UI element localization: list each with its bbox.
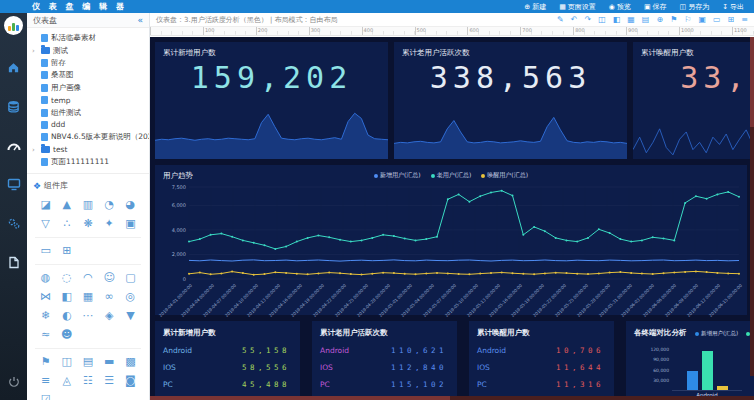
vertical-scrollbar[interactable] xyxy=(750,37,754,376)
tree-item-doc[interactable]: 桑基图 xyxy=(27,69,149,81)
stat-card-new-users[interactable]: 累计新增用户数 159,202 xyxy=(155,42,388,159)
legend-item[interactable]: 老用户(汇总) xyxy=(431,171,472,180)
dashboard-preview[interactable]: 累计新增用户数 159,202 累计老用户活跃次数 338,563 累计唤醒用户… xyxy=(150,37,754,400)
text-widget-icon[interactable]: ▬ xyxy=(99,356,120,368)
target-widget-icon[interactable]: ◙ xyxy=(120,375,141,387)
table-row[interactable]: IOS58,556 xyxy=(155,359,300,376)
card-widget-icon[interactable]: ▭ xyxy=(35,245,56,257)
gears-icon[interactable] xyxy=(7,217,21,230)
power-icon[interactable] xyxy=(8,376,20,388)
gauge-widget-icon[interactable]: ◠ xyxy=(77,272,98,284)
tree-item-doc[interactable]: 用户画像 xyxy=(27,82,149,94)
collapse-panel-icon[interactable]: « xyxy=(137,15,143,25)
layers-icon[interactable]: ▦ xyxy=(627,15,635,25)
image-widget-icon[interactable]: ▣ xyxy=(120,218,141,230)
table-row[interactable]: Android55,158 xyxy=(155,342,300,359)
undo-icon[interactable]: ↶ xyxy=(571,15,578,25)
bar-chart-icon[interactable]: ▥ xyxy=(77,199,98,211)
marker-widget-icon[interactable]: ▼ xyxy=(120,310,141,322)
pdf-file-icon[interactable] xyxy=(8,256,20,269)
table-row[interactable]: IOS112,840 xyxy=(312,359,457,376)
area-chart-icon[interactable]: ▲ xyxy=(56,199,77,211)
folder-icon[interactable]: ▤ xyxy=(642,15,650,25)
relation-widget-icon[interactable]: ∞ xyxy=(99,291,120,303)
table-row[interactable]: PC11,316 xyxy=(469,376,614,393)
table-row[interactable]: Android10,706 xyxy=(469,342,614,359)
table-awakened-users[interactable]: 累计唤醒用户数Android10,706IOS11,644PC11,316 xyxy=(469,321,614,400)
folder-widget-icon[interactable]: ▤ xyxy=(77,356,98,368)
grid-widget-icon[interactable]: ▦ xyxy=(77,291,98,303)
checkbox-widget-icon[interactable]: ☑ xyxy=(35,394,56,400)
border-icon[interactable]: ▭ xyxy=(713,15,721,25)
pie-chart-icon[interactable]: ◔ xyxy=(99,199,120,211)
tree-item-doc[interactable]: 私活临摹素材 xyxy=(27,32,149,44)
monitor-icon[interactable] xyxy=(7,178,21,191)
tree-item-doc[interactable]: 组件测试 xyxy=(27,106,149,118)
table-widget-icon[interactable]: ⊞ xyxy=(56,245,77,257)
legend-item[interactable]: 新增用户(汇总) xyxy=(695,330,738,337)
tree-item-folder[interactable]: ›test xyxy=(27,144,149,156)
table-row[interactable]: Android110,621 xyxy=(312,342,457,359)
database-icon[interactable] xyxy=(7,100,20,113)
panel-widget-icon[interactable]: ▩ xyxy=(120,356,141,368)
layout-widget-icon[interactable]: ◧ xyxy=(56,291,77,303)
list-widget-icon[interactable]: ≡ xyxy=(35,375,56,387)
grid-icon[interactable]: ≡ xyxy=(741,15,748,25)
flag-icon[interactable]: ⚑ xyxy=(670,15,677,25)
table-row[interactable]: PC115,102 xyxy=(312,376,457,393)
browser-widget-icon[interactable]: ◫ xyxy=(56,356,77,368)
funnel-chart-icon[interactable]: ▽ xyxy=(35,218,56,230)
number-widget-icon[interactable]: ◍ xyxy=(35,272,56,284)
tree-item-doc[interactable]: temp xyxy=(27,94,149,106)
user-trend-panel[interactable]: 用户趋势 新增用户(汇总)老用户(汇总)唤醒用户(汇总) 7,5006,0004… xyxy=(155,165,747,315)
tree-item-doc[interactable]: ddd xyxy=(27,119,149,131)
tree-item-doc[interactable]: NBV4.6.5版本更新说明（20200803） xyxy=(27,131,149,143)
table-row[interactable]: IOS11,644 xyxy=(469,359,614,376)
tree-item-folder[interactable]: ›测试 xyxy=(27,44,149,56)
app-logo-icon[interactable] xyxy=(4,16,23,35)
user-widget-icon[interactable]: ☻ xyxy=(56,329,77,341)
flag-widget-icon[interactable]: ⚑ xyxy=(35,356,56,368)
save-as-button[interactable]: ◫另存为 xyxy=(680,2,710,12)
emoji-widget-icon[interactable]: ☺ xyxy=(99,272,120,284)
map-widget-icon[interactable]: ◈ xyxy=(99,310,120,322)
stat-card-awakened-users[interactable]: 累计唤醒用户数 33,666 xyxy=(633,42,754,159)
edit-icon[interactable]: ✎ xyxy=(557,15,564,25)
cloud-icon[interactable]: ◧ xyxy=(613,15,621,25)
table-old-users[interactable]: 累计老用户活跃次数Android110,621IOS112,840PC115,1… xyxy=(312,321,457,400)
new-button[interactable]: ⊕新建 xyxy=(524,2,546,12)
horizontal-scrollbar[interactable] xyxy=(150,396,754,400)
tree-item-doc[interactable]: 页面111111111 xyxy=(27,156,149,168)
radar-chart-icon[interactable]: ✦ xyxy=(99,218,120,230)
page-settings-button[interactable]: ▦页面设置 xyxy=(559,2,596,12)
dashboard-icon[interactable] xyxy=(7,139,21,152)
column-table-icon[interactable]: ☰ xyxy=(99,375,120,387)
monitor-icon[interactable]: ▣ xyxy=(698,15,706,25)
flag-outline-icon[interactable]: ⚐ xyxy=(684,15,691,25)
curve-widget-icon[interactable]: ≈ xyxy=(35,329,56,341)
legend-item[interactable]: 唤醒用户(汇总) xyxy=(481,171,528,180)
more-widget-icon[interactable]: ⋯ xyxy=(77,310,98,322)
preview-button[interactable]: ◉预览 xyxy=(609,2,631,12)
terminal-compare-panel[interactable]: 各终端对比分析 新增用户(汇总)老用户(汇总) 120,00090,00060,… xyxy=(626,321,754,400)
search-widget-icon[interactable]: ◬ xyxy=(56,375,77,387)
export-button[interactable]: ↧导出 xyxy=(722,2,744,12)
stat-card-old-users[interactable]: 累计老用户活跃次数 338,563 xyxy=(394,42,627,159)
home-icon[interactable] xyxy=(7,61,20,74)
bank-table-icon[interactable]: ☷ xyxy=(77,375,98,387)
guide-icon[interactable]: ⊞ xyxy=(728,15,735,25)
expand-arrow-icon[interactable]: › xyxy=(32,47,39,55)
table-row[interactable]: PC45,488 xyxy=(155,376,300,393)
sphere-widget-icon[interactable]: ◐ xyxy=(56,310,77,322)
save-button[interactable]: ▣保存 xyxy=(644,2,667,12)
redo-icon[interactable]: ↷ xyxy=(584,15,591,25)
legend-item[interactable]: 新增用户(汇总) xyxy=(374,171,421,180)
progress-circle-icon[interactable]: ◌ xyxy=(56,272,77,284)
settings-icon[interactable]: ⊕ xyxy=(656,15,663,25)
compare-widget-icon[interactable]: ⋈ xyxy=(35,291,56,303)
copy-icon[interactable]: ◫ xyxy=(598,15,606,25)
screen-widget-icon[interactable]: ▢ xyxy=(120,272,141,284)
line-chart-icon[interactable]: ◪ xyxy=(35,199,56,211)
rose-chart-icon[interactable]: ❋ xyxy=(77,218,98,230)
snowflake-widget-icon[interactable]: ❄ xyxy=(35,310,56,322)
